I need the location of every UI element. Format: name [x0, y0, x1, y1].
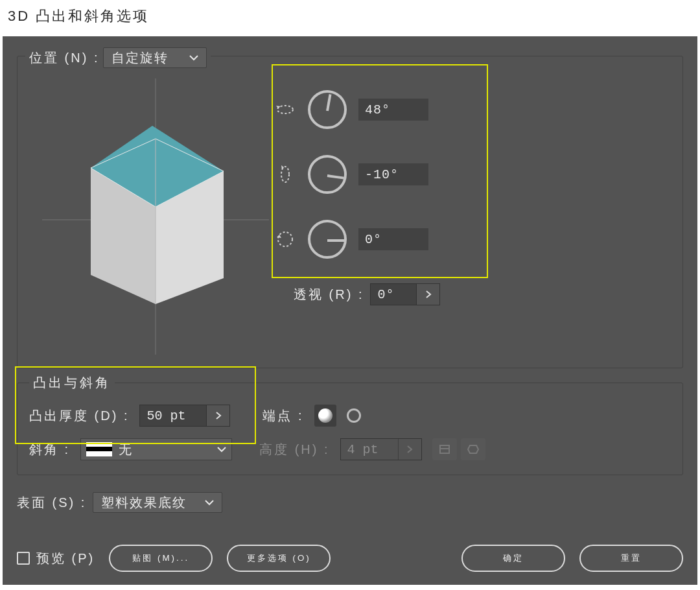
bevel-label: 斜角 :: [29, 441, 70, 458]
perspective-step-button[interactable]: [416, 284, 439, 305]
chevron-down-icon: [205, 499, 214, 506]
cap-label: 端点 :: [262, 407, 303, 425]
perspective-stepper[interactable]: [370, 283, 440, 305]
position-select-value: 自定旋转: [111, 49, 169, 67]
bevel-thumb-icon: [86, 442, 112, 456]
rotate-z-input[interactable]: [358, 228, 428, 250]
extrude-depth-label: 凸出厚度 (D) :: [29, 407, 129, 425]
rotate-x-dial[interactable]: [308, 90, 347, 129]
map-art-button[interactable]: 贴图 (M)...: [109, 545, 213, 572]
rotate-y-dial[interactable]: [308, 155, 347, 194]
rotate-y-icon: [274, 165, 296, 184]
rotate-z-icon: [274, 230, 296, 249]
extrude-depth-stepper[interactable]: [139, 405, 230, 427]
bevel-extent-in-button: [432, 438, 457, 460]
dialog-button-bar: 预览 (P) 贴图 (M)... 更多选项 (O) 确定 重置: [17, 545, 683, 572]
perspective-label: 透视 (R) :: [294, 286, 364, 303]
svg-point-10: [278, 232, 292, 246]
surface-label: 表面 (S) :: [17, 494, 86, 512]
extrude-depth-input[interactable]: [140, 405, 206, 426]
ok-button[interactable]: 确定: [461, 545, 565, 572]
extrude-group-title: 凸出与斜角: [29, 375, 115, 390]
bevel-height-step-button: [398, 439, 421, 460]
bevel-select[interactable]: 无: [80, 438, 232, 460]
rotate-x-icon: [274, 101, 296, 118]
bevel-height-input: [341, 439, 398, 460]
chevron-down-icon: [217, 446, 226, 453]
rotate-y-input[interactable]: [358, 163, 428, 185]
cap-off-button[interactable]: [343, 405, 365, 427]
position-group: 位置 (N) : 自定旋转: [17, 56, 683, 368]
reset-button[interactable]: 重置: [579, 545, 683, 572]
more-options-button[interactable]: 更多选项 (O): [227, 545, 331, 572]
perspective-input[interactable]: [371, 284, 416, 305]
chevron-down-icon: [189, 54, 198, 61]
position-label: 位置 (N) :: [29, 49, 99, 67]
bevel-height-stepper: [340, 438, 422, 460]
bevel-extent-out-button: [461, 438, 485, 460]
dialog-title: 3D 凸出和斜角选项: [0, 0, 700, 36]
preview-checkbox[interactable]: 预览 (P): [17, 550, 95, 567]
rotation-controls: 透视 (R) :: [274, 77, 671, 356]
surface-select[interactable]: 塑料效果底纹: [93, 492, 222, 513]
preview-checkbox-label: 预览 (P): [36, 550, 95, 567]
dialog-body: 位置 (N) : 自定旋转: [3, 36, 697, 585]
rotate-x-input[interactable]: [358, 99, 428, 121]
extrude-bevel-group: 凸出与斜角 凸出厚度 (D) : 端点 : 斜角 : 无: [17, 383, 683, 475]
cap-on-button[interactable]: [314, 405, 336, 427]
surface-select-value: 塑料效果底纹: [101, 494, 187, 512]
rotate-z-dial[interactable]: [308, 220, 347, 259]
bevel-height-label: 高度 (H) :: [259, 441, 329, 458]
cube-preview[interactable]: [29, 77, 269, 356]
checkbox-icon: [17, 552, 30, 565]
bevel-select-value: 无: [119, 441, 132, 458]
extrude-depth-step-button[interactable]: [206, 405, 229, 426]
position-select[interactable]: 自定旋转: [103, 47, 207, 68]
